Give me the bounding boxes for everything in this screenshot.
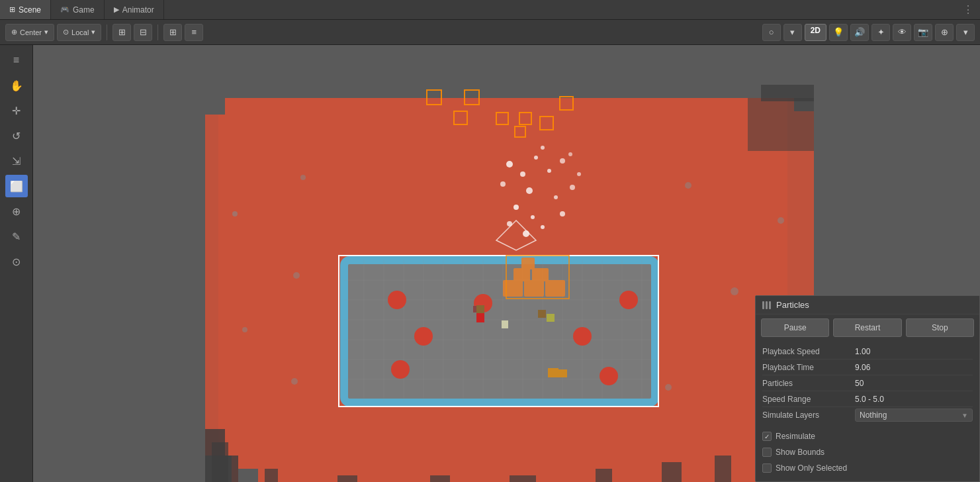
svg-rect-87 <box>548 368 558 377</box>
tab-scene-label: Scene <box>19 5 41 15</box>
tool-view[interactable]: ≡ <box>5 49 28 72</box>
svg-point-61 <box>526 187 533 194</box>
svg-rect-88 <box>558 369 567 377</box>
tool-move[interactable]: ✛ <box>5 99 28 122</box>
svg-point-44 <box>573 327 592 346</box>
tool-rect[interactable]: ⬜ <box>5 175 28 197</box>
toolbar-sep-2 <box>157 24 158 40</box>
svg-rect-15 <box>761 85 814 101</box>
pause-button[interactable]: Pause <box>761 318 829 337</box>
particles-checkboxes: ✓ Resimulate Show Bounds Show Only Selec… <box>756 426 979 481</box>
pivot-icon: ⊕ <box>11 28 17 36</box>
speed-range-label: Speed Range <box>762 395 855 404</box>
resimulate-checkbox[interactable]: ✓ <box>762 432 772 441</box>
space-dropdown[interactable]: ⊙ Local ▾ <box>57 24 101 41</box>
tool-transform[interactable]: ⊕ <box>5 200 28 222</box>
toolbar-sep-1 <box>107 24 107 40</box>
svg-rect-84 <box>502 320 508 328</box>
svg-rect-14 <box>748 98 814 151</box>
tab-animator[interactable]: ▶ Animator <box>105 0 164 19</box>
snap-btn[interactable]: ≡ <box>185 24 203 41</box>
svg-rect-83 <box>476 313 484 322</box>
panel-drag-icon <box>762 301 771 309</box>
camera-dropdown[interactable]: 📷 <box>914 24 932 41</box>
tool-hand[interactable]: ✋ <box>5 74 28 97</box>
tab-animator-label: Animator <box>122 5 154 15</box>
resimulate-label: Resimulate <box>776 432 815 441</box>
svg-point-62 <box>547 169 551 173</box>
svg-rect-98 <box>476 305 484 313</box>
svg-rect-13 <box>715 456 731 482</box>
tab-scene[interactable]: ⊞ Scene <box>0 0 51 19</box>
svg-point-93 <box>731 287 738 295</box>
tool-scale[interactable]: ⇲ <box>5 150 28 172</box>
light-btn[interactable]: 💡 <box>829 24 848 41</box>
pivot-label: Center <box>20 28 42 36</box>
show-only-selected-checkbox[interactable] <box>762 463 772 473</box>
space-label: Local <box>71 28 89 36</box>
svg-point-59 <box>534 156 538 160</box>
restart-button[interactable]: Restart <box>833 318 901 337</box>
particles-count-label: Particles <box>762 379 855 388</box>
show-bounds-checkbox[interactable] <box>762 448 772 457</box>
tab-game[interactable]: 🎮 Game <box>51 0 105 19</box>
svg-point-94 <box>291 378 298 385</box>
scene-toolbar: ⊕ Center ▾ ⊙ Local ▾ ⊞ ⊟ ⊞ ≡ ○ ▾ 2D 💡 🔊 … <box>0 20 980 45</box>
svg-rect-3 <box>205 95 225 115</box>
speed-range-row: Speed Range 5.0 - 5.0 <box>762 391 973 407</box>
playback-time-label: Playback Time <box>762 363 855 372</box>
svg-point-71 <box>554 195 558 199</box>
gizmos-dropdown[interactable]: ⊕ <box>935 24 954 41</box>
svg-point-74 <box>577 172 581 176</box>
particles-panel-title: Particles <box>776 300 809 310</box>
svg-rect-99 <box>538 310 546 318</box>
simulate-layers-dropdown[interactable]: Nothing ▼ <box>855 409 973 422</box>
gizmos-chevron[interactable]: ▾ <box>956 24 975 41</box>
simulate-layers-label: Simulate Layers <box>762 410 855 420</box>
pivot-dropdown[interactable]: ⊕ Center ▾ <box>5 24 54 41</box>
svg-point-58 <box>520 171 525 177</box>
svg-rect-79 <box>513 268 530 281</box>
svg-point-69 <box>541 225 545 229</box>
playback-time-value[interactable]: 9.06 <box>855 363 973 372</box>
audio-btn[interactable]: 🔊 <box>850 24 869 41</box>
tool-rotate[interactable]: ↺ <box>5 124 28 147</box>
resimulate-row: ✓ Resimulate <box>762 428 973 444</box>
svg-point-47 <box>391 360 410 379</box>
grid-snap-btn[interactable]: ⊞ <box>163 24 182 41</box>
svg-point-91 <box>300 175 306 180</box>
svg-point-66 <box>531 215 535 219</box>
tool-custom-2[interactable]: ⊙ <box>5 250 28 273</box>
svg-point-92 <box>685 182 691 189</box>
tool-custom-1[interactable]: ✎ <box>5 225 28 248</box>
visibility-btn[interactable]: 👁 <box>893 24 911 41</box>
svg-rect-77 <box>524 280 544 297</box>
show-only-selected-row: Show Only Selected <box>762 460 973 476</box>
particles-panel-header: Particles <box>756 296 979 314</box>
particles-count-value: 50 <box>855 379 973 388</box>
overlay-chevron[interactable]: ▾ <box>783 24 802 41</box>
svg-point-68 <box>523 230 529 237</box>
stop-button[interactable]: Stop <box>906 318 974 337</box>
overlay-btn[interactable]: ○ <box>762 24 781 41</box>
transform-btn[interactable]: ⊞ <box>112 24 131 41</box>
svg-rect-16 <box>205 429 225 456</box>
svg-rect-78 <box>545 280 565 297</box>
speed-range-value: 5.0 - 5.0 <box>855 395 973 404</box>
svg-point-60 <box>500 181 506 187</box>
playback-speed-value[interactable]: 1.00 <box>855 347 973 356</box>
show-bounds-label: Show Bounds <box>776 448 824 457</box>
particles-control-buttons: Pause Restart Stop <box>756 314 979 341</box>
fx-btn[interactable]: ✦ <box>871 24 890 41</box>
svg-rect-17 <box>205 456 238 482</box>
svg-rect-80 <box>532 268 549 281</box>
svg-rect-85 <box>547 314 555 322</box>
svg-rect-8 <box>337 475 357 482</box>
svg-rect-81 <box>521 258 535 269</box>
transform-btn-2[interactable]: ⊟ <box>134 24 152 41</box>
particles-count-row: Particles 50 <box>762 375 973 391</box>
svg-point-43 <box>414 327 433 346</box>
2d-toggle-btn[interactable]: 2D <box>805 24 826 41</box>
svg-point-72 <box>570 185 575 190</box>
more-options-icon[interactable]: ⋮ <box>956 3 980 16</box>
